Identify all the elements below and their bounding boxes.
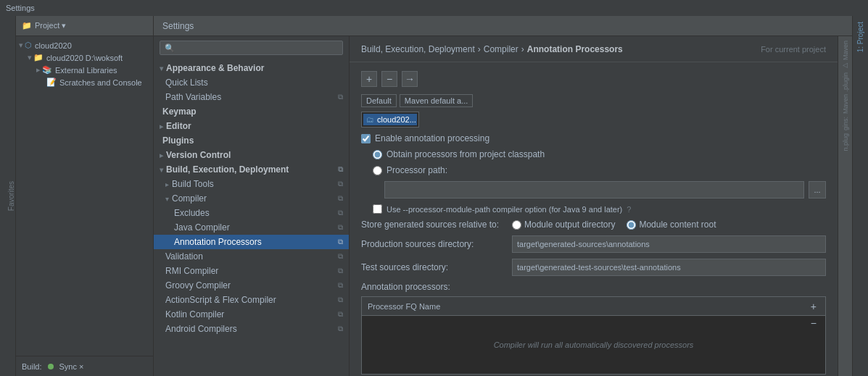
favorites-strip: Favorites: [0, 16, 16, 376]
copy-icon: ⧉: [338, 194, 343, 203]
chevron-down-icon: ▾: [160, 64, 163, 72]
settings-title-bar: Settings: [154, 16, 852, 36]
vertical-tabs: 1: Project: [852, 16, 868, 376]
build-label: Build:: [22, 362, 42, 371]
nav-item-excludes[interactable]: Excludes ⧉: [154, 206, 349, 220]
right-tab-plugin2: n.plug: [842, 132, 849, 153]
add-processor-button[interactable]: +: [808, 301, 819, 312]
favorites-label[interactable]: Favorites: [7, 178, 15, 214]
project-tree: ▾ ⬡ cloud2020 ▾ 📁 cloud2020 D:\woksoft ▸…: [16, 36, 153, 356]
module-content-radio[interactable]: [627, 220, 636, 230]
maven-default-label-text: Maven default a...: [405, 96, 468, 105]
app-window: Settings Favorites 📁 Project ▾ ▾ ⬡ cloud…: [0, 0, 868, 376]
settings-title: Settings: [162, 21, 194, 31]
right-tab-maven[interactable]: ▷ Maven: [842, 39, 849, 71]
right-tab-maven2: Maven: [842, 93, 849, 115]
copy-icon: ⧉: [338, 209, 343, 217]
nav-item-rmi-compiler[interactable]: RMI Compiler ⧉: [154, 264, 349, 278]
tree-item-scratches[interactable]: 📝 Scratches and Console: [16, 76, 153, 88]
nav-item-label: Appearance & Behavior: [166, 63, 264, 73]
settings-search-input[interactable]: [160, 41, 343, 55]
settings-content: Build, Execution, Deployment › Compiler …: [350, 36, 838, 376]
nav-item-keymap[interactable]: Keymap: [154, 104, 349, 119]
sync-indicator: [48, 364, 54, 369]
nav-item-validation[interactable]: Validation ⧉: [154, 249, 349, 264]
nav-item-java-compiler[interactable]: Java Compiler ⧉: [154, 220, 349, 235]
obtain-processors-radio[interactable]: [373, 150, 382, 159]
nav-item-label: Annotation Processors: [174, 237, 262, 247]
nav-item-actionscript-compiler[interactable]: ActionScript & Flex Compiler ⧉: [154, 293, 349, 307]
tree-item-cloud2020-path[interactable]: ▾ 📁 cloud2020 D:\woksoft: [16, 51, 153, 64]
default-tab[interactable]: Default: [361, 94, 397, 107]
settings-search: [154, 36, 349, 59]
nav-item-vcs[interactable]: ▸ Version Control: [154, 148, 349, 162]
for-current-project: For current project: [761, 45, 826, 54]
annotation-toolbar: + − →: [361, 71, 826, 87]
enable-annotation-label[interactable]: Enable annotation processing: [361, 133, 489, 143]
nav-item-compiler[interactable]: ▾ Compiler ⧉: [154, 191, 349, 206]
nav-item-build-tools[interactable]: ▸ Build Tools ⧉: [154, 177, 349, 191]
breadcrumb-part2: Compiler: [484, 44, 518, 54]
nav-item-label: Editor: [166, 121, 191, 131]
nav-item-label: Compiler: [172, 193, 207, 204]
tree-item-cloud2020[interactable]: ▾ ⬡ cloud2020: [16, 39, 153, 51]
settings-nav-tree: ▾ Appearance & Behavior Quick Lists Path…: [154, 59, 349, 376]
tree-item-label: Scratches and Console: [59, 78, 142, 87]
add-button[interactable]: +: [361, 71, 377, 87]
project-panel: 📁 Project ▾ ▾ ⬡ cloud2020 ▾ 📁 cloud2020 …: [16, 16, 154, 376]
processor-path-input[interactable]: [384, 181, 804, 199]
module-output-option[interactable]: Module output directory: [512, 220, 615, 230]
use-module-path-checkbox[interactable]: [373, 204, 382, 214]
processor-path-radio-label[interactable]: Processor path:: [373, 165, 447, 175]
copy-icon: ⧉: [338, 165, 343, 174]
nav-item-editor[interactable]: ▸ Editor: [154, 119, 349, 133]
vtab-project[interactable]: 1: Project: [855, 19, 866, 55]
copy-icon: ⧉: [338, 223, 343, 232]
nav-item-label: Excludes: [174, 208, 210, 218]
nav-item-kotlin-compiler[interactable]: Kotlin Compiler ⧉: [154, 307, 349, 322]
chevron-right-icon: ▸: [36, 65, 41, 75]
obtain-processors-label[interactable]: Obtain processors from project classpath: [373, 149, 545, 159]
nav-item-quick-lists[interactable]: Quick Lists: [154, 75, 349, 90]
test-sources-input[interactable]: [512, 259, 826, 276]
copy-icon: ⧉: [338, 252, 343, 261]
breadcrumb-sep2: ›: [521, 44, 524, 54]
nav-item-annotation-processors[interactable]: Annotation Processors ⧉: [154, 235, 349, 249]
nav-item-groovy-compiler[interactable]: Groovy Compiler ⧉: [154, 278, 349, 293]
module-list-item[interactable]: 🗂 cloud202...: [363, 114, 417, 125]
tree-item-external-libs[interactable]: ▸ 📚 External Libraries: [16, 64, 153, 76]
copy-button[interactable]: →: [402, 71, 418, 87]
processor-path-input-row: ...: [361, 181, 826, 199]
breadcrumb-part1: Build, Execution, Deployment: [361, 44, 475, 54]
copy-icon: ⧉: [338, 267, 343, 275]
enable-annotation-text: Enable annotation processing: [375, 133, 489, 143]
production-sources-input[interactable]: [512, 235, 826, 253]
module-output-radio[interactable]: [512, 220, 521, 230]
module-content-option[interactable]: Module content root: [627, 220, 716, 230]
processors-table-header: Processor FQ Name +: [362, 297, 825, 316]
chevron-down-icon: ▾: [165, 195, 169, 203]
module-item-label: cloud202...: [377, 115, 416, 124]
browse-button[interactable]: ...: [809, 181, 826, 199]
nav-item-plugins[interactable]: Plugins: [154, 133, 349, 148]
remove-button[interactable]: −: [381, 71, 397, 87]
annotation-processors-table: Processor FQ Name + Compiler will run al…: [361, 296, 826, 375]
module-icon: 🗂: [366, 115, 374, 124]
nav-item-build[interactable]: ▾ Build, Execution, Deployment ⧉: [154, 162, 349, 177]
folder-icon: 📁: [33, 53, 44, 62]
nav-item-path-variables[interactable]: Path Variables ⧉: [154, 90, 349, 104]
processor-path-radio-row: Processor path:: [361, 165, 826, 175]
processors-section-label: Annotation processors:: [361, 282, 826, 292]
chevron-down-icon: ▾: [28, 53, 32, 62]
chevron-right-icon: ▸: [160, 122, 163, 130]
processors-empty-message: Compiler will run all automatically disc…: [494, 341, 694, 349]
remove-processor-button[interactable]: −: [808, 317, 819, 329]
enable-annotation-checkbox[interactable]: [361, 134, 371, 143]
nav-item-label: Build, Execution, Deployment: [166, 164, 289, 175]
processor-path-radio[interactable]: [373, 166, 382, 175]
nav-item-android-compilers[interactable]: Android Compilers ⧉: [154, 322, 349, 336]
nav-item-label: Path Variables: [165, 92, 221, 102]
nav-item-label: Keymap: [162, 106, 197, 117]
help-icon[interactable]: ?: [627, 205, 631, 214]
nav-item-appearance[interactable]: ▾ Appearance & Behavior: [154, 61, 349, 75]
